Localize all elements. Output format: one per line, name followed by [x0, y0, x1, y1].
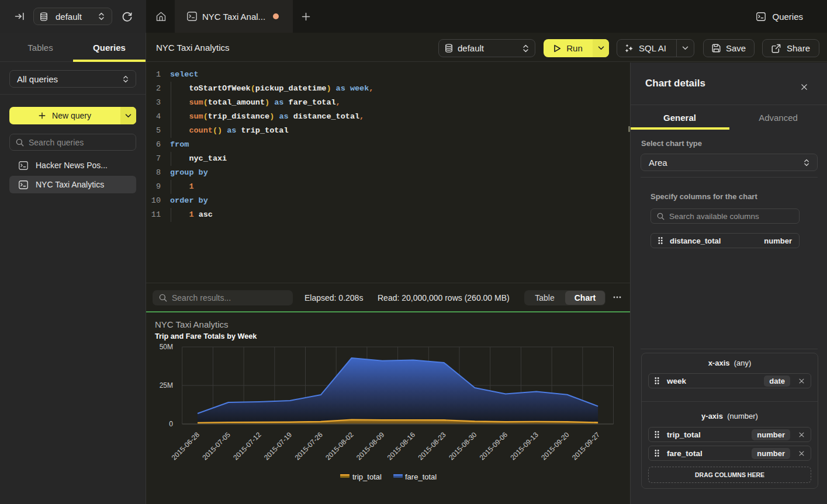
svg-text:2015-08-16: 2015-08-16: [386, 430, 417, 462]
svg-text:2015-07-19: 2015-07-19: [262, 430, 294, 462]
svg-text:25M: 25M: [160, 381, 173, 390]
svg-text:Trip and Fare Totals by Week: Trip and Fare Totals by Week: [155, 332, 257, 340]
svg-text:0: 0: [169, 420, 173, 428]
svg-text:2015-07-26: 2015-07-26: [293, 430, 325, 462]
svg-text:trip_total: trip_total: [352, 472, 382, 481]
svg-text:2015-06-28: 2015-06-28: [170, 430, 202, 462]
svg-text:50M: 50M: [160, 343, 173, 351]
svg-text:2015-08-02: 2015-08-02: [324, 430, 355, 462]
svg-text:2015-09-20: 2015-09-20: [539, 430, 571, 462]
svg-text:2015-08-09: 2015-08-09: [355, 430, 386, 462]
svg-text:2015-07-05: 2015-07-05: [201, 430, 233, 462]
svg-text:2015-08-30: 2015-08-30: [447, 430, 479, 462]
svg-text:2015-09-27: 2015-09-27: [570, 430, 602, 462]
svg-text:NYC Taxi Analytics: NYC Taxi Analytics: [155, 319, 229, 329]
svg-text:2015-08-23: 2015-08-23: [416, 430, 448, 462]
svg-text:2015-09-13: 2015-09-13: [509, 430, 541, 462]
svg-text:fare_total: fare_total: [405, 472, 437, 481]
svg-text:2015-07-12: 2015-07-12: [231, 430, 263, 462]
svg-text:2015-09-06: 2015-09-06: [478, 430, 510, 462]
